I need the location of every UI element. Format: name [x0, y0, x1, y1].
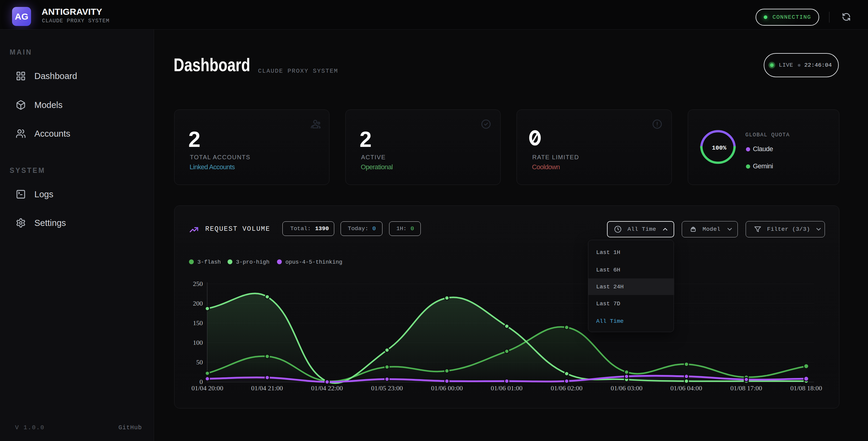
svg-text:01/06 04:00: 01/06 04:00 [670, 384, 702, 392]
svg-text:01/04 22:00: 01/04 22:00 [311, 384, 343, 392]
svg-text:01/06 00:00: 01/06 00:00 [431, 384, 463, 392]
svg-text:01/04 20:00: 01/04 20:00 [191, 384, 223, 392]
svg-text:01/05 23:00: 01/05 23:00 [371, 384, 403, 392]
svg-text:250: 250 [193, 280, 203, 288]
svg-text:200: 200 [193, 299, 203, 307]
svg-text:50: 50 [196, 358, 203, 366]
svg-text:01/06 02:00: 01/06 02:00 [551, 384, 583, 392]
svg-text:01/04 21:00: 01/04 21:00 [251, 384, 283, 392]
svg-text:01/06 01:00: 01/06 01:00 [491, 384, 523, 392]
svg-text:01/06 03:00: 01/06 03:00 [611, 384, 643, 392]
svg-text:01/08 17:00: 01/08 17:00 [730, 384, 762, 392]
svg-text:01/08 18:00: 01/08 18:00 [790, 384, 822, 392]
svg-text:100: 100 [193, 339, 203, 346]
svg-text:150: 150 [193, 319, 203, 327]
